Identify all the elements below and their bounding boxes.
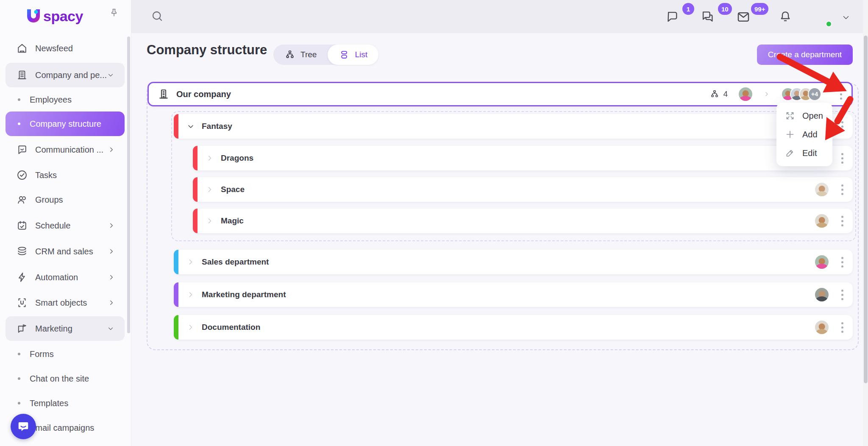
page-scrollbar[interactable] (863, 0, 868, 446)
view-toggle: Tree List (273, 45, 378, 65)
chevron-right-icon[interactable] (186, 290, 195, 299)
company-building-icon (157, 88, 170, 100)
sidebar-item-groups[interactable]: Groups (0, 187, 131, 212)
chevron-down-icon[interactable] (841, 13, 851, 22)
head-avatar[interactable] (739, 87, 752, 101)
company-name: Our company (176, 89, 231, 99)
intercom-chat-launcher[interactable] (11, 414, 36, 439)
pencil-icon (785, 148, 795, 158)
sidebar-item-smart-objects[interactable]: Smart objects (0, 290, 131, 315)
sidebar-item-chat-on-the-site[interactable]: Chat on the site (0, 366, 131, 391)
search-icon[interactable] (150, 9, 164, 23)
chevron-right-icon (108, 299, 115, 307)
sidebar-item-crm-and-sales[interactable]: CRM and sales (0, 239, 131, 264)
create-department-button[interactable]: Create a department (757, 45, 853, 65)
logo-text: spacy (43, 8, 83, 25)
plus-icon (785, 129, 795, 139)
sidebar-item-marketing[interactable]: Marketing (6, 316, 125, 341)
intercom-chat-icon (17, 420, 30, 433)
chat-icon[interactable] (665, 9, 679, 24)
sidebar-item-communication[interactable]: Communication ... (0, 137, 131, 162)
promote-icon (16, 323, 28, 334)
chevron-right-icon[interactable] (206, 185, 214, 194)
sidebar-item-forms[interactable]: Forms (0, 342, 131, 366)
building-icon (16, 69, 28, 81)
database-icon (16, 245, 28, 257)
chevron-down-icon[interactable] (186, 122, 195, 131)
sidebar-item-tasks[interactable]: Tasks (0, 163, 131, 187)
page-scrollbar-thumb[interactable] (864, 36, 868, 383)
sidebar-item-newsfeed[interactable]: Newsfeed (0, 36, 131, 61)
department-head-avatar[interactable] (815, 214, 829, 228)
list-view-icon (339, 49, 350, 60)
member-avatar-stack[interactable]: +4 (781, 87, 821, 101)
department-head-avatar[interactable] (815, 288, 829, 301)
bullet-icon (18, 377, 20, 380)
context-menu: Open Add Edit (776, 103, 832, 166)
group-chat-badge: 10 (718, 3, 732, 15)
department-row-sales[interactable]: Sales department (174, 250, 853, 274)
department-head-avatar[interactable] (815, 321, 829, 334)
context-menu-add[interactable]: Add (776, 125, 832, 144)
chat-badge: 1 (682, 3, 694, 15)
bullet-icon (18, 123, 20, 125)
chevron-right-icon (108, 222, 115, 229)
row-kebab-menu[interactable] (840, 120, 845, 134)
tasks-icon (16, 169, 28, 181)
expand-icon (785, 111, 795, 121)
department-head-avatar[interactable] (815, 255, 829, 269)
pin-sidebar-icon[interactable] (108, 8, 120, 19)
groups-icon (16, 194, 28, 206)
department-row-documentation[interactable]: Documentation (174, 315, 853, 340)
bell-icon[interactable] (778, 9, 793, 24)
row-kebab-menu[interactable] (840, 288, 845, 302)
mail-icon[interactable] (736, 9, 751, 25)
row-kebab-menu[interactable] (840, 214, 845, 228)
department-row-space[interactable]: Space (193, 177, 853, 202)
comm-icon (16, 144, 28, 156)
sidebar-scrollbar[interactable] (127, 36, 130, 333)
sidebar-item-schedule[interactable]: Schedule (0, 213, 131, 238)
department-head-avatar[interactable] (815, 183, 829, 196)
tab-tree-view[interactable]: Tree (273, 45, 328, 65)
sidebar-item-employees[interactable]: Employees (0, 87, 131, 112)
group-chat-icon[interactable] (700, 9, 715, 24)
department-row-fantasy[interactable]: Fantasy (174, 114, 853, 139)
accent-bar (174, 315, 178, 340)
department-row-marketing[interactable]: Marketing department (174, 282, 853, 307)
row-kebab-menu[interactable] (840, 151, 845, 165)
accent-bar (193, 177, 198, 202)
row-kebab-menu[interactable] (840, 321, 845, 334)
bullet-icon (18, 98, 20, 101)
row-kebab-menu[interactable] (840, 255, 845, 269)
sidebar-item-templates[interactable]: Templates (0, 391, 131, 415)
chevron-right-icon[interactable] (206, 154, 214, 162)
org-members-icon (709, 89, 720, 99)
tree-view-icon (284, 49, 295, 60)
bullet-icon (18, 402, 20, 404)
chevron-right-icon[interactable] (206, 217, 214, 225)
sidebar-item-company-and-people[interactable]: Company and pe... (6, 63, 125, 87)
sidebar-item-company-structure[interactable]: Company structure (6, 112, 125, 136)
company-kebab-menu[interactable] (838, 87, 844, 101)
members-count: 4 (709, 89, 728, 99)
tab-list-view[interactable]: List (328, 45, 378, 65)
smart-objects-icon (16, 297, 28, 309)
accent-bar (193, 209, 198, 233)
accent-bar (174, 282, 178, 307)
department-row-dragons[interactable]: Dragons (193, 146, 853, 170)
avatar-overflow-badge[interactable]: +4 (808, 87, 821, 101)
context-menu-open[interactable]: Open (776, 106, 832, 125)
company-row[interactable]: Our company 4 +4 (147, 82, 853, 106)
logo-u-icon (25, 7, 42, 25)
row-kebab-menu[interactable] (840, 183, 845, 197)
department-row-magic[interactable]: Magic (193, 209, 853, 233)
sidebar-item-automation[interactable]: Automation (0, 265, 131, 290)
context-menu-edit[interactable]: Edit (776, 144, 832, 162)
uspacy-logo[interactable]: spacy (25, 7, 83, 25)
bullet-icon (18, 353, 20, 355)
chevron-right-icon[interactable] (186, 258, 195, 266)
online-status-dot (826, 21, 832, 27)
topbar: 1 10 99+ (131, 0, 868, 33)
chevron-right-icon[interactable] (186, 323, 195, 332)
